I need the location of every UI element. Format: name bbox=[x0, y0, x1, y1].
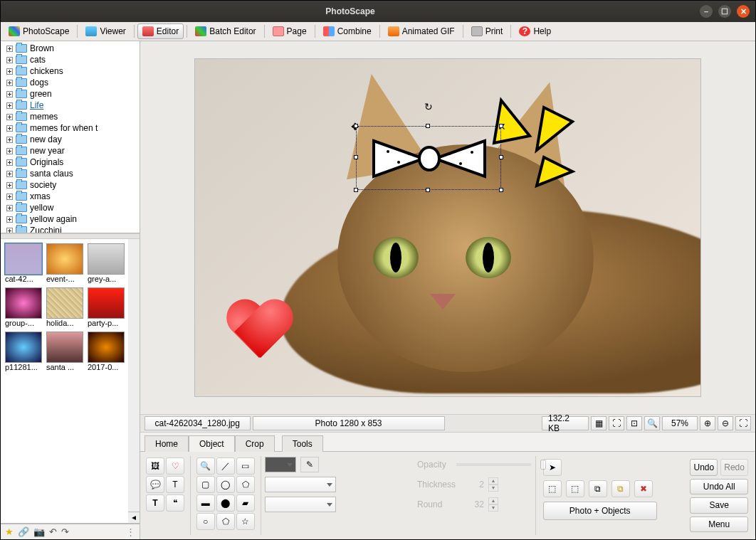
folder-yellow[interactable]: yellow bbox=[2, 202, 138, 213]
heart-tool-icon[interactable]: ♡ bbox=[166, 457, 184, 475]
folder-cats[interactable]: cats bbox=[2, 54, 138, 65]
filled-ellipse-tool-icon[interactable]: ⬤ bbox=[216, 494, 235, 512]
etab-crop[interactable]: Crop bbox=[235, 435, 275, 452]
folder-life[interactable]: Life bbox=[2, 100, 138, 111]
folder-new-year[interactable]: new year bbox=[2, 145, 138, 157]
folder-chickens[interactable]: chickens bbox=[2, 65, 138, 77]
arrow-style-select[interactable] bbox=[265, 497, 336, 512]
pentagon-tool-icon[interactable]: ⬠ bbox=[216, 513, 235, 530]
folder-brown[interactable]: Brown bbox=[2, 43, 138, 54]
thumb-grey[interactable]: grey-a... bbox=[88, 243, 125, 283]
thumb-holiday[interactable]: holida... bbox=[46, 287, 83, 327]
zoom-to-fit-icon[interactable]: 🔍 bbox=[644, 416, 660, 430]
minimize-button[interactable]: – bbox=[700, 5, 713, 18]
actual-size-icon[interactable]: ⊡ bbox=[626, 416, 642, 430]
fit-screen-icon[interactable]: ⛶ bbox=[609, 416, 624, 430]
star-icon[interactable]: ★ bbox=[5, 526, 14, 537]
tab-print[interactable]: Print bbox=[466, 23, 508, 39]
folder-yellow-again[interactable]: yellow again bbox=[2, 213, 138, 225]
duplicate-icon[interactable]: ⧉ bbox=[589, 480, 607, 497]
richtext-tool-icon[interactable]: T bbox=[146, 494, 164, 512]
fullscreen-icon[interactable]: ⛶ bbox=[735, 416, 751, 430]
round-spinner[interactable]: ▲▼ bbox=[488, 497, 498, 512]
back-arrow-icon[interactable]: ↶ bbox=[49, 526, 57, 537]
tab-page[interactable]: Page bbox=[268, 23, 312, 39]
send-back-icon[interactable]: ⬚ bbox=[566, 480, 584, 497]
thumb-p11281[interactable]: p11281... bbox=[5, 332, 42, 371]
tab-combine[interactable]: Combine bbox=[318, 23, 377, 39]
etab-tools[interactable]: Tools bbox=[282, 435, 323, 452]
save-button[interactable]: Save bbox=[690, 497, 748, 513]
link-icon[interactable]: 🔗 bbox=[18, 526, 29, 537]
etab-object[interactable]: Object bbox=[189, 435, 235, 452]
roundrect-tool-icon[interactable]: ▢ bbox=[196, 476, 215, 493]
bowtie-sticker[interactable] bbox=[367, 134, 492, 184]
thumb-santa[interactable]: santa ... bbox=[46, 332, 83, 371]
rotate-handle-icon[interactable]: ↻ bbox=[424, 101, 433, 112]
folder-society[interactable]: society bbox=[2, 179, 138, 191]
undo-all-button[interactable]: Undo All bbox=[690, 479, 748, 494]
folder-santa-claus[interactable]: santa claus bbox=[2, 168, 138, 179]
magnifier-tool-icon[interactable]: 🔍 bbox=[196, 457, 215, 475]
tab-help[interactable]: ?Help bbox=[514, 23, 556, 39]
thumb-group[interactable]: group-... bbox=[5, 287, 42, 327]
etab-home[interactable]: Home bbox=[145, 435, 189, 452]
filled-roundrect-tool-icon[interactable]: ▬ bbox=[196, 494, 215, 512]
tab-photoscape[interactable]: PhotoScape bbox=[4, 23, 74, 39]
circle-tool-icon[interactable]: ○ bbox=[196, 513, 215, 530]
eyedropper-icon[interactable]: ✎ bbox=[300, 457, 319, 472]
photo-plus-objects-button[interactable]: Photo + Objects bbox=[543, 502, 657, 520]
line-style-select[interactable] bbox=[265, 477, 336, 492]
opacity-slider[interactable] bbox=[456, 463, 531, 466]
folder-originals[interactable]: Originals bbox=[2, 157, 138, 168]
thumb-cat[interactable]: cat-42... bbox=[5, 243, 42, 283]
filled-rect-tool-icon[interactable]: ▰ bbox=[236, 494, 255, 512]
redo-button[interactable]: Redo bbox=[720, 459, 748, 476]
thumb-nav[interactable]: ◂ bbox=[128, 239, 140, 523]
rect-tool-icon[interactable]: ▭ bbox=[236, 457, 255, 475]
text-tool-icon[interactable]: T bbox=[166, 476, 184, 493]
folder-xmas[interactable]: xmas bbox=[2, 191, 138, 202]
folder-tree[interactable]: Brown cats chickens dogs green Life meme… bbox=[1, 41, 140, 233]
folder-dogs[interactable]: dogs bbox=[2, 77, 138, 88]
folder-green[interactable]: green bbox=[2, 88, 138, 100]
forward-arrow-icon[interactable]: ↷ bbox=[61, 526, 69, 537]
tab-animated-gif[interactable]: Animated GIF bbox=[383, 23, 460, 39]
canvas-area[interactable]: ↻ ✥ ✕ bbox=[140, 41, 755, 414]
thumb-event[interactable]: event-... bbox=[46, 243, 83, 283]
group-icon[interactable]: ⧉ bbox=[611, 480, 630, 497]
thumb-party[interactable]: party-p... bbox=[88, 287, 125, 327]
tab-batch-editor[interactable]: Batch Editor bbox=[190, 23, 261, 39]
transparency-grid-icon[interactable]: ▦ bbox=[591, 416, 607, 430]
menu-button[interactable]: Menu bbox=[690, 517, 748, 532]
camera-icon[interactable]: 📷 bbox=[33, 526, 45, 537]
heart-sticker[interactable] bbox=[224, 301, 295, 365]
zoom-in-icon[interactable]: ⊕ bbox=[700, 416, 715, 430]
folder-memes[interactable]: memes bbox=[2, 111, 138, 122]
speech-bubble-tool-icon[interactable]: 💬 bbox=[146, 476, 164, 493]
zoom-out-icon[interactable]: ⊖ bbox=[718, 416, 733, 430]
polygon-tool-icon[interactable]: ⬠ bbox=[236, 476, 255, 493]
ellipse-tool-icon[interactable]: ◯ bbox=[216, 476, 235, 493]
tab-editor[interactable]: Editor bbox=[137, 23, 184, 39]
grip-icon[interactable]: ⋮ bbox=[126, 526, 135, 537]
star-tool-icon[interactable]: ☆ bbox=[236, 513, 255, 530]
undo-button[interactable]: Undo bbox=[690, 459, 718, 476]
folder-new-day[interactable]: new day bbox=[2, 134, 138, 145]
color-picker[interactable] bbox=[265, 457, 296, 472]
selection-box[interactable]: ↻ ✥ ✕ bbox=[356, 126, 501, 190]
image-tool-icon[interactable]: 🖼 bbox=[146, 457, 164, 475]
symbol-tool-icon[interactable]: ❝ bbox=[166, 494, 184, 512]
folder-zucchini[interactable]: Zucchini bbox=[2, 225, 138, 233]
close-button[interactable]: ✕ bbox=[737, 5, 750, 18]
folder-memes-for-when[interactable]: memes for when t bbox=[2, 122, 138, 134]
canvas[interactable]: ↻ ✥ ✕ bbox=[195, 59, 700, 396]
delete-object-icon[interactable]: ✖ bbox=[634, 480, 653, 497]
splitter-horizontal[interactable] bbox=[1, 233, 140, 239]
thumb-2017[interactable]: 2017-0... bbox=[88, 332, 125, 371]
tab-viewer[interactable]: Viewer bbox=[80, 23, 130, 39]
thickness-spinner[interactable]: ▲▼ bbox=[488, 477, 498, 492]
maximize-button[interactable]: ☐ bbox=[718, 5, 731, 18]
pointer-tool-icon[interactable]: ➤ bbox=[543, 459, 562, 476]
line-tool-icon[interactable]: ／ bbox=[216, 457, 235, 475]
